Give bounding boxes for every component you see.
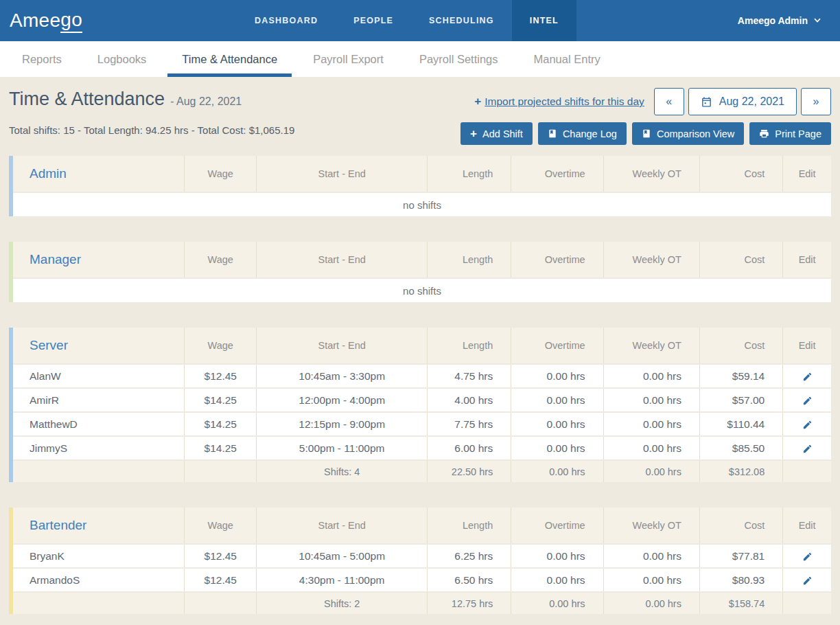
topnav-item-people[interactable]: PEOPLE: [336, 0, 411, 41]
column-header: Length: [427, 242, 511, 278]
overtime-cell: 0.00 hrs: [511, 388, 603, 412]
overtime-cell: 0.00 hrs: [511, 544, 603, 568]
role-tables: AdminWageStart - EndLengthOvertimeWeekly…: [9, 156, 831, 614]
wage-cell: $12.45: [185, 568, 257, 592]
calendar-icon: [701, 96, 712, 108]
overtime-cell: 0.00 hrs: [511, 568, 603, 592]
no-shifts-label: no shifts: [11, 192, 831, 216]
shift-row: AlanW$12.4510:45am - 3:30pm4.75 hrs0.00 …: [11, 364, 831, 388]
column-header: Start - End: [257, 156, 428, 192]
column-header: Length: [427, 508, 511, 544]
overtime-cell: 0.00 hrs: [511, 412, 603, 436]
cost-cell: $80.93: [699, 568, 782, 592]
column-header: Wage: [185, 508, 257, 544]
no-shifts-label: no shifts: [11, 278, 831, 302]
no-shifts-row: no shifts: [11, 278, 831, 302]
edit-shift-pencil-icon[interactable]: [802, 396, 813, 406]
edit-shift-pencil-icon[interactable]: [802, 372, 813, 382]
column-header: Overtime: [511, 242, 603, 278]
summary-overtime: 0.00 hrs: [511, 460, 603, 482]
date-picker-button[interactable]: Aug 22, 2021: [688, 88, 797, 115]
start-end-cell: 4:30pm - 11:00pm: [257, 568, 428, 592]
edit-shift-pencil-icon[interactable]: [802, 444, 813, 454]
prev-day-button[interactable]: «: [654, 88, 684, 115]
topnav-item-scheduling[interactable]: SCHEDULING: [411, 0, 512, 41]
import-projected-shifts-link[interactable]: + Import projected shifts for this day: [474, 95, 644, 109]
subnav-item-manual-entry[interactable]: Manual Entry: [516, 41, 618, 77]
comparison-view-button[interactable]: Comparison View: [632, 122, 744, 145]
role-title: Manager: [11, 242, 185, 278]
length-cell: 4.75 hrs: [427, 364, 511, 388]
column-header: Start - End: [257, 328, 428, 364]
employee-name: ArmandoS: [11, 568, 185, 592]
column-header: Wage: [185, 156, 257, 192]
column-header: Weekly OT: [603, 156, 699, 192]
column-header: Overtime: [511, 328, 603, 364]
shift-row: AmirR$14.2512:00pm - 4:00pm4.00 hrs0.00 …: [11, 388, 831, 412]
weekly-ot-cell: 0.00 hrs: [603, 388, 699, 412]
weekly-ot-cell: 0.00 hrs: [603, 364, 699, 388]
role-table-manager: ManagerWageStart - EndLengthOvertimeWeek…: [9, 242, 831, 302]
topnav-item-dashboard[interactable]: DASHBOARD: [237, 0, 336, 41]
role-table-admin: AdminWageStart - EndLengthOvertimeWeekly…: [9, 156, 831, 216]
main-content: Time & Attendance- Aug 22, 2021 Total sh…: [0, 77, 840, 614]
start-end-cell: 10:45am - 3:30pm: [257, 364, 428, 388]
summary-weekly-ot: 0.00 hrs: [603, 460, 699, 482]
user-menu[interactable]: Ameego Admin: [719, 0, 840, 41]
column-header: Cost: [699, 156, 782, 192]
summary-cost: $158.74: [699, 592, 782, 614]
column-header: Edit: [783, 328, 831, 364]
length-cell: 7.75 hrs: [427, 412, 511, 436]
role-title: Bartender: [11, 508, 185, 544]
employee-name: JimmyS: [11, 436, 185, 460]
column-header: Wage: [185, 242, 257, 278]
start-end-cell: 12:15pm - 9:00pm: [257, 412, 428, 436]
subnav-item-time-attendance[interactable]: Time & Attendance: [164, 41, 295, 77]
role-header-row: AdminWageStart - EndLengthOvertimeWeekly…: [11, 156, 831, 192]
action-buttons: + Add Shift Change Log Comparison View: [460, 122, 831, 145]
edit-shift-pencil-icon[interactable]: [802, 552, 813, 562]
column-header: Length: [427, 156, 511, 192]
next-day-button[interactable]: »: [801, 88, 831, 115]
cost-cell: $85.50: [699, 436, 782, 460]
column-header: Edit: [783, 508, 831, 544]
cost-cell: $110.44: [699, 412, 782, 436]
shift-row: JimmyS$14.255:00pm - 11:00pm6.00 hrs0.00…: [11, 436, 831, 460]
employee-name: AlanW: [11, 364, 185, 388]
column-header: Weekly OT: [603, 508, 699, 544]
length-cell: 6.25 hrs: [427, 544, 511, 568]
role-header-row: BartenderWageStart - EndLengthOvertimeWe…: [11, 508, 831, 544]
print-page-button[interactable]: Print Page: [749, 122, 831, 145]
plus-icon: +: [474, 95, 481, 109]
subnav-item-payroll-settings[interactable]: Payroll Settings: [401, 41, 516, 77]
edit-shift-pencil-icon[interactable]: [802, 420, 813, 430]
column-header: Edit: [783, 242, 831, 278]
ameego-logo[interactable]: Ameego: [0, 0, 95, 41]
column-header: Cost: [699, 328, 782, 364]
subnav-item-logbooks[interactable]: Logbooks: [80, 41, 165, 77]
edit-shift-pencil-icon[interactable]: [802, 576, 813, 586]
topnav-item-intel[interactable]: INTEL: [512, 0, 576, 41]
add-shift-button[interactable]: + Add Shift: [460, 122, 533, 145]
weekly-ot-cell: 0.00 hrs: [603, 436, 699, 460]
employee-name: AmirR: [11, 388, 185, 412]
column-header: Overtime: [511, 156, 603, 192]
role-summary-row: Shifts: 212.75 hrs0.00 hrs0.00 hrs$158.7…: [11, 592, 831, 614]
cost-cell: $57.00: [699, 388, 782, 412]
weekly-ot-cell: 0.00 hrs: [603, 544, 699, 568]
summary-shift-count: Shifts: 2: [257, 592, 428, 614]
role-title: Admin: [11, 156, 185, 192]
shift-row: MatthewD$14.2512:15pm - 9:00pm7.75 hrs0.…: [11, 412, 831, 436]
column-header: Wage: [185, 328, 257, 364]
column-header: Overtime: [511, 508, 603, 544]
weekly-ot-cell: 0.00 hrs: [603, 412, 699, 436]
subnav-item-payroll-export[interactable]: Payroll Export: [295, 41, 401, 77]
column-header: Cost: [699, 508, 782, 544]
subnav-item-reports[interactable]: Reports: [4, 41, 80, 77]
weekly-ot-cell: 0.00 hrs: [603, 568, 699, 592]
wage-cell: $14.25: [185, 388, 257, 412]
employee-name: BryanK: [11, 544, 185, 568]
change-log-button[interactable]: Change Log: [538, 122, 627, 145]
totals-summary: Total shifts: 15 - Total Length: 94.25 h…: [9, 124, 294, 136]
role-summary-row: Shifts: 422.50 hrs0.00 hrs0.00 hrs$312.0…: [11, 460, 831, 482]
